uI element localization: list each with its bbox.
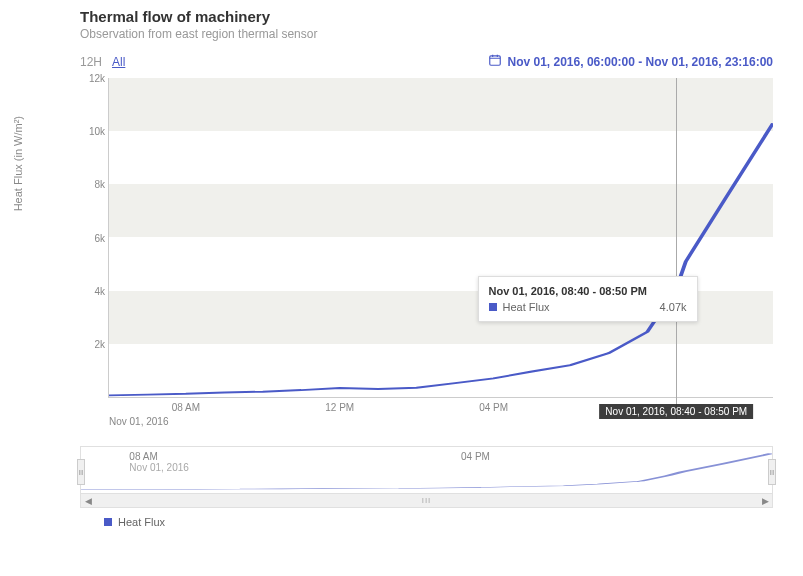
series-line — [109, 78, 773, 397]
date-range-picker[interactable]: Nov 01, 2016, 06:00:00 - Nov 01, 2016, 2… — [488, 53, 774, 70]
x-tick: 04 PM — [479, 402, 508, 413]
range-all-button[interactable]: All — [112, 55, 125, 69]
legend-swatch — [104, 518, 112, 526]
tooltip-swatch — [489, 303, 497, 311]
tooltip-series-name: Heat Flux — [503, 301, 550, 313]
y-tick: 2k — [81, 338, 105, 349]
overview-line — [81, 447, 772, 493]
cursor-time-label: Nov 01, 2016, 08:40 - 08:50 PM — [599, 404, 753, 419]
tooltip-value: 4.07k — [660, 301, 687, 313]
svg-rect-0 — [489, 56, 500, 65]
x-tick: 08 AM — [172, 402, 200, 413]
y-tick: 10k — [81, 126, 105, 137]
range-toggle: 12H All — [80, 55, 125, 69]
main-chart[interactable]: Heat Flux (in W/m²) 2k 4k 6k 8k 10k 12k … — [80, 78, 773, 428]
legend: Heat Flux — [104, 516, 773, 528]
y-axis-label: Heat Flux (in W/m²) — [12, 116, 24, 211]
tooltip: Nov 01, 2016, 08:40 - 08:50 PM Heat Flux… — [478, 276, 698, 322]
y-tick: 12k — [81, 73, 105, 84]
y-tick: 4k — [81, 285, 105, 296]
tooltip-title: Nov 01, 2016, 08:40 - 08:50 PM — [489, 285, 687, 297]
plot-area[interactable]: 2k 4k 6k 8k 10k 12k 08 AM 12 PM 04 PM No… — [108, 78, 773, 398]
cursor-line — [676, 78, 677, 419]
x-axis-subtitle: Nov 01, 2016 — [109, 416, 169, 427]
x-tick: 12 PM — [325, 402, 354, 413]
chart-subtitle: Observation from east region thermal sen… — [80, 27, 803, 41]
date-range-label: Nov 01, 2016, 06:00:00 - Nov 01, 2016, 2… — [508, 55, 774, 69]
overview-scrollbar[interactable]: ◀ III ▶ — [81, 493, 772, 507]
range-12h-button[interactable]: 12H — [80, 55, 102, 69]
scroll-right-arrow-icon[interactable]: ▶ — [758, 494, 772, 508]
y-tick: 6k — [81, 232, 105, 243]
overview-chart[interactable]: 08 AM Nov 01, 2016 04 PM II II ◀ III ▶ — [80, 446, 773, 508]
y-tick: 8k — [81, 179, 105, 190]
legend-series-name[interactable]: Heat Flux — [118, 516, 165, 528]
calendar-icon — [488, 53, 502, 70]
scroll-thumb[interactable]: III — [95, 494, 758, 508]
overview-left-handle[interactable]: II — [77, 459, 85, 485]
chart-title: Thermal flow of machinery — [80, 8, 803, 25]
overview-right-handle[interactable]: II — [768, 459, 776, 485]
scroll-left-arrow-icon[interactable]: ◀ — [81, 494, 95, 508]
